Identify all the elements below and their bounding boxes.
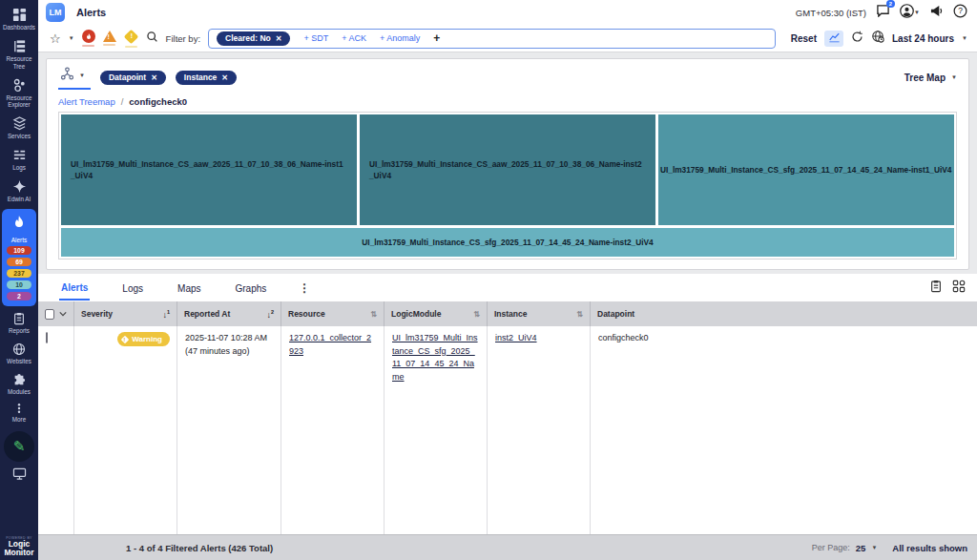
more-tabs-menu[interactable]: ⋮ <box>299 281 310 295</box>
messages-button[interactable]: 2 <box>876 4 890 21</box>
warning-diamond-icon: ! <box>121 335 129 342</box>
sort-icon[interactable]: ⇅ <box>473 310 480 319</box>
critical-severity-icon <box>82 30 95 43</box>
alert-count-info[interactable]: 10 <box>7 280 31 289</box>
treemap-node[interactable]: UI_lm31759_Multi_Instance_CS_sfg_2025_11… <box>61 228 954 257</box>
main-content: ▼ Datapoint ✕ Instance ✕ Tree Map ▼ Aler… <box>38 52 977 534</box>
sidebar-item-logs[interactable]: Logs <box>0 144 38 176</box>
resource-link[interactable]: 127.0.0.1_collector_2923 <box>289 333 371 356</box>
help-button[interactable]: ? <box>953 4 967 22</box>
alert-count-critical[interactable]: 109 <box>7 246 31 255</box>
time-range-chevron-icon[interactable]: ▼ <box>962 35 967 41</box>
sidebar-item-resource-tree[interactable]: Resource Tree <box>0 35 38 74</box>
tab-alerts[interactable]: Alerts <box>59 276 90 301</box>
copy-report-button[interactable] <box>929 280 943 297</box>
top-bar: LM Alerts GMT+05:30 (IST) 2 ▼ ? <box>38 0 977 25</box>
severity-cell: ! Warning <box>74 326 177 534</box>
add-filter-sdt[interactable]: + SDT <box>303 33 328 43</box>
alert-treemap-panel: ▼ Datapoint ✕ Instance ✕ Tree Map ▼ Aler… <box>46 58 969 270</box>
column-header-severity[interactable]: Severity ↓1 <box>74 301 177 326</box>
reset-filters-button[interactable]: Reset <box>791 33 817 44</box>
status-badge: ! Warning <box>117 332 170 346</box>
add-filter-ack[interactable]: + ACK <box>342 33 366 43</box>
sidebar-item-dashboards[interactable]: Dashboards <box>0 4 38 35</box>
saved-views-chevron-icon[interactable]: ▼ <box>69 35 74 41</box>
table-row[interactable]: ! Warning 2025-11-07 10:28 AM (47 minute… <box>38 326 977 534</box>
severity-filter-error[interactable]: ! <box>103 31 116 46</box>
sidebar: Dashboards Resource Tree Resource Explor… <box>0 0 38 560</box>
visualization-type-selector[interactable]: Tree Map ▼ <box>904 73 957 83</box>
column-header-reported-at[interactable]: Reported At ↓2 <box>177 301 281 326</box>
chevron-down-icon: ▼ <box>951 74 957 80</box>
per-page-label: Per Page: <box>812 543 850 552</box>
column-header-instance[interactable]: Instance ⇅ <box>488 301 591 326</box>
sort-descending-icon[interactable]: ↓2 <box>266 309 274 320</box>
account-menu[interactable]: ▼ <box>900 4 920 22</box>
filter-by-label: Filter by: <box>166 33 200 44</box>
filter-chips-input[interactable]: Cleared: No ✕ + SDT + ACK + Anomaly + <box>208 29 776 49</box>
severity-filter-warning[interactable]: ! <box>124 30 138 48</box>
tab-graphs[interactable]: Graphs <box>234 277 269 300</box>
chart-view-toggle[interactable] <box>824 31 843 47</box>
alert-count-warning[interactable]: 237 <box>7 269 31 278</box>
sidebar-item-websites[interactable]: Websites <box>0 339 38 369</box>
alert-count-other[interactable]: 2 <box>7 292 31 301</box>
search-icon[interactable] <box>146 30 158 47</box>
lm-app-logo[interactable]: LM <box>46 3 65 22</box>
row-select-cell <box>38 326 74 534</box>
close-icon[interactable]: ✕ <box>276 34 282 43</box>
tab-logs[interactable]: Logs <box>120 277 145 300</box>
group-by-selector[interactable]: ▼ <box>58 65 91 90</box>
sidebar-item-alerts[interactable]: Alerts 109 69 237 10 2 <box>2 209 36 306</box>
per-page-value[interactable]: 25 <box>856 543 866 553</box>
sort-descending-icon[interactable]: ↓1 <box>162 309 170 320</box>
treemap-node[interactable]: UI_lm31759_Multi_Instance_CS_sfg_2025_11… <box>658 114 954 225</box>
column-settings-button[interactable] <box>952 280 966 297</box>
sort-icon[interactable]: ⇅ <box>370 310 377 319</box>
logicmodule-link[interactable]: UI_lm31759_Multi_Instance_CS_sfg_2025_11… <box>392 333 478 382</box>
sidebar-item-modules[interactable]: Modules <box>0 369 38 400</box>
sidebar-item-services[interactable]: Services <box>0 113 38 144</box>
refresh-button[interactable] <box>851 30 863 47</box>
megaphone-icon <box>929 4 944 21</box>
treemap-node[interactable]: UI_lm31759_Multi_Instance_CS_aaw_2025_11… <box>61 114 357 225</box>
close-icon[interactable]: ✕ <box>151 73 157 82</box>
treemap-node[interactable]: UI_lm31759_Multi_Instance_CS_aaw_2025_11… <box>360 114 655 225</box>
time-range-selector[interactable]: Last 24 hours <box>892 33 954 44</box>
sort-icon[interactable]: ⇅ <box>576 310 583 319</box>
help-icon: ? <box>953 4 967 22</box>
sidebar-item-resource-explorer[interactable]: Resource Explorer <box>0 74 38 114</box>
column-header-datapoint[interactable]: Datapoint <box>591 301 977 326</box>
group-chip-instance[interactable]: Instance ✕ <box>176 71 237 85</box>
favorite-view-button[interactable]: ☆ <box>50 32 61 45</box>
edit-mode-button[interactable]: ✎ <box>4 431 34 462</box>
column-header-resource[interactable]: Resource ⇅ <box>281 301 385 326</box>
breadcrumb: Alert Treemap / configcheck0 <box>58 91 957 112</box>
modules-icon <box>12 373 26 386</box>
tab-maps[interactable]: Maps <box>176 277 202 300</box>
add-filter-anomaly[interactable]: + Anomaly <box>380 33 420 43</box>
sidebar-item-display[interactable] <box>0 464 38 484</box>
add-filter-button[interactable]: + <box>433 31 440 45</box>
group-chip-datapoint[interactable]: Datapoint ✕ <box>100 71 166 85</box>
sidebar-item-more[interactable]: More <box>0 399 38 427</box>
hierarchy-icon <box>60 67 74 84</box>
column-header-logicmodule[interactable]: LogicModule ⇅ <box>385 301 488 326</box>
breadcrumb-root-link[interactable]: Alert Treemap <box>58 96 115 107</box>
announcements-button[interactable] <box>929 4 944 21</box>
severity-filter-critical[interactable] <box>82 30 95 47</box>
row-checkbox[interactable] <box>46 332 48 343</box>
websites-icon <box>12 342 26 356</box>
logicmodule-cell: UI_lm31759_Multi_Instance_CS_sfg_2025_11… <box>385 326 488 534</box>
instance-link[interactable]: inst2_UiV4 <box>495 333 537 342</box>
per-page-chevron-icon[interactable]: ▼ <box>871 545 877 550</box>
sidebar-item-edwin-ai[interactable]: Edwin AI <box>0 176 38 207</box>
timezone-globe-button[interactable] <box>871 30 884 47</box>
warning-severity-icon: ! <box>123 29 138 44</box>
select-all-checkbox[interactable] <box>45 309 54 320</box>
alert-count-error[interactable]: 69 <box>7 258 31 266</box>
close-icon[interactable]: ✕ <box>221 73 228 82</box>
selection-menu-chevron-icon[interactable] <box>59 309 67 319</box>
filter-chip-cleared[interactable]: Cleared: No ✕ <box>217 31 290 46</box>
sidebar-item-reports[interactable]: Reports <box>0 308 38 339</box>
